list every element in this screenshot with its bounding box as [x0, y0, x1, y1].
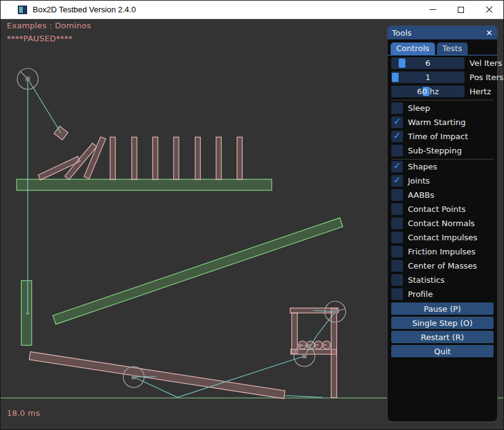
checkbox[interactable]: [391, 145, 403, 156]
checkbox-label: Joints: [408, 176, 430, 185]
checkbox[interactable]: [391, 288, 403, 300]
checkbox-row-center-of-masses[interactable]: Center of Masses: [391, 260, 494, 272]
slider-row: 6Vel Iters: [391, 57, 494, 69]
checkmark-icon: ✓: [393, 161, 401, 171]
body-domino[interactable]: [132, 137, 137, 180]
checkbox-row-shapes[interactable]: ✓Shapes: [391, 161, 494, 172]
app-icon: [18, 6, 27, 14]
checkbox-row-sub-stepping[interactable]: Sub-Stepping: [391, 145, 494, 156]
checkbox-label: Friction Impulses: [408, 247, 476, 256]
close-button[interactable]: [475, 1, 503, 18]
window-caption-buttons: [418, 1, 503, 18]
checkbox-label: Contact Normals: [408, 219, 475, 228]
tools-panel-titlebar[interactable]: Tools ✕: [388, 26, 497, 39]
checkbox-group-sim: Sleep✓Warm Starting✓Time of ImpactSub-St…: [391, 102, 494, 156]
checkbox[interactable]: ✓: [391, 161, 403, 172]
checkbox[interactable]: ✓: [391, 175, 403, 187]
body-static-post: [22, 281, 32, 346]
slider-value: 6: [391, 57, 465, 69]
paused-label: ****PAUSED****: [7, 34, 73, 43]
checkbox[interactable]: [391, 274, 403, 286]
body-domino[interactable]: [153, 137, 158, 180]
body-origin-marker: [26, 77, 30, 81]
checkmark-icon: ✓: [393, 176, 401, 185]
slider-value: 1: [391, 71, 465, 83]
checkbox[interactable]: [391, 189, 403, 201]
restart-r-button[interactable]: Restart (R): [391, 331, 494, 343]
body-domino[interactable]: [195, 137, 201, 180]
checkbox-label: Contact Points: [408, 205, 466, 214]
slider-value: 60 hz: [391, 86, 465, 97]
checkbox[interactable]: [391, 260, 403, 272]
body-domino[interactable]: [237, 137, 243, 180]
single-step-o-button[interactable]: Single Step (O): [391, 317, 494, 329]
maximize-button[interactable]: [447, 1, 475, 18]
checkbox-row-joints[interactable]: ✓Joints: [391, 175, 494, 187]
joint: [284, 396, 323, 397]
checkmark-icon: ✓: [393, 117, 401, 126]
checkbox-row-sleep[interactable]: Sleep: [391, 102, 494, 114]
pause-p-button[interactable]: Pause (P): [391, 302, 494, 315]
body-domino[interactable]: [216, 137, 222, 180]
checkbox-row-contact-normals[interactable]: Contact Normals: [391, 217, 494, 229]
tools-tabbar: ControlsTests: [388, 39, 497, 55]
checkbox-label: Sleep: [408, 103, 430, 113]
tools-panel-title: Tools: [392, 28, 484, 38]
checkbox-label: AABBs: [408, 190, 434, 200]
checkbox-row-statistics[interactable]: Statistics: [391, 274, 494, 286]
close-icon: [486, 6, 493, 14]
tools-panel: Tools ✕ ControlsTests 6Vel Iters1Pos Ite…: [387, 25, 498, 422]
window-title: Box2D Testbed Version 2.4.0: [33, 5, 136, 14]
tools-content: 6Vel Iters1Pos Iters60 hzHertz Sleep✓War…: [388, 55, 497, 357]
maximize-icon: [458, 7, 464, 13]
body-origin-marker: [333, 310, 338, 314]
slider-hertz[interactable]: 60 hz: [391, 86, 465, 97]
slider-vel-iters[interactable]: 6: [391, 57, 465, 69]
checkbox-row-friction-impulses[interactable]: Friction Impulses: [391, 246, 494, 258]
minimize-button[interactable]: [418, 1, 447, 18]
checkbox[interactable]: [391, 217, 403, 229]
slider-label: Pos Iters: [469, 73, 503, 82]
slider-row: 1Pos Iters: [391, 71, 494, 83]
checkbox[interactable]: ✓: [391, 131, 403, 142]
body-origin-marker: [132, 375, 136, 379]
checkbox-row-contact-impulses[interactable]: Contact Impulses: [391, 232, 494, 243]
slider-pos-iters[interactable]: 1: [391, 71, 465, 83]
slider-label: Hertz: [469, 87, 491, 96]
tab-controls[interactable]: Controls: [391, 43, 435, 55]
checkbox-label: Profile: [408, 290, 433, 299]
body-frame-left-post[interactable]: [292, 313, 298, 354]
frame-time-label: 18.0 ms: [7, 408, 40, 418]
joint: [28, 79, 61, 133]
checkbox-row-warm-starting[interactable]: ✓Warm Starting: [391, 116, 494, 128]
checkmark-icon: ✓: [393, 131, 401, 140]
body-domino[interactable]: [110, 137, 116, 180]
separator: [391, 159, 494, 160]
checkbox-label: Shapes: [408, 162, 437, 171]
checkbox[interactable]: [391, 102, 403, 114]
body-domino[interactable]: [174, 137, 179, 180]
checkbox-label: Sub-Stepping: [408, 146, 461, 155]
tab-tests[interactable]: Tests: [437, 43, 468, 55]
checkbox-label: Center of Masses: [408, 261, 477, 270]
checkbox-group-draw: ✓Shapes✓JointsAABBsContact PointsContact…: [391, 161, 494, 300]
checkbox-row-time-of-impact[interactable]: ✓Time of Impact: [391, 131, 494, 142]
checkbox-row-aabbs[interactable]: AABBs: [391, 189, 494, 201]
slider-group: 6Vel Iters1Pos Iters60 hzHertz: [391, 57, 494, 97]
button-group: Pause (P)Single Step (O)Restart (R)Quit: [391, 302, 494, 357]
checkbox-row-contact-points[interactable]: Contact Points: [391, 203, 494, 215]
tools-close-icon[interactable]: ✕: [484, 28, 494, 38]
checkbox[interactable]: [391, 203, 403, 215]
checkbox-label: Contact Impulses: [408, 233, 478, 242]
minimize-icon: [429, 9, 436, 10]
checkbox[interactable]: ✓: [391, 116, 403, 128]
quit-button[interactable]: Quit: [391, 345, 494, 357]
checkbox[interactable]: [391, 232, 403, 243]
separator: [391, 100, 494, 100]
checkbox[interactable]: [391, 246, 403, 258]
body-origin-marker: [303, 354, 307, 359]
body-static-platform: [17, 179, 272, 190]
checkbox-row-profile[interactable]: Profile: [391, 288, 494, 300]
slider-label: Vel Iters: [469, 59, 502, 68]
app-window: Box2D Testbed Version 2.4.0 Examples : D…: [0, 0, 504, 430]
